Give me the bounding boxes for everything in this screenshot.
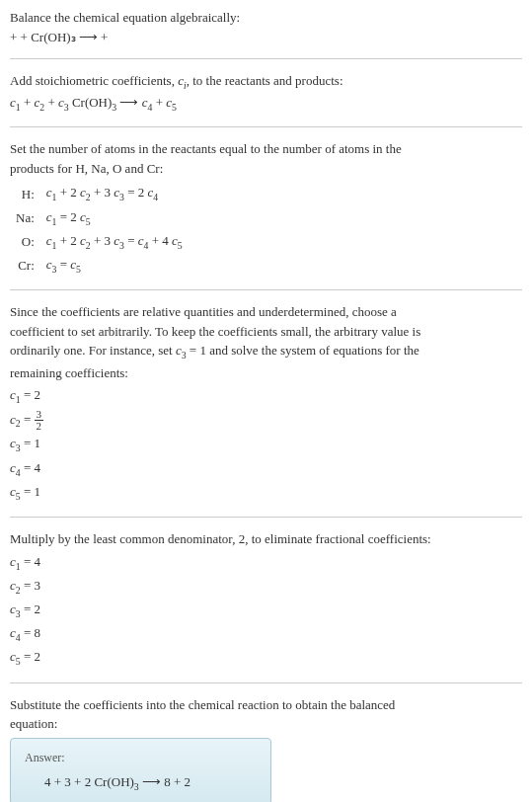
table-row: Na: c1 = 2 c5 [10,206,189,230]
intro-line1: Balance the chemical equation algebraica… [10,8,522,28]
table-row: O: c1 + 2 c2 + 3 c3 = c4 + 4 c5 [10,230,189,254]
coef-c5: c5 = 1 [10,481,522,505]
coef-c3: c3 = 2 [10,599,522,622]
divider [10,58,522,59]
multiply-intro: Multiply by the least common denominator… [10,529,522,549]
coef-c1: c1 = 4 [10,551,522,575]
element-label: Na: [10,206,40,230]
coef-c2: c2 = 3 [10,575,522,599]
stoich-section: Add stoichiometric coefficients, ci, to … [10,71,522,115]
multiply-section: Multiply by the least common denominator… [10,529,522,671]
coef-c5: c5 = 2 [10,646,522,670]
element-label: H: [10,182,40,205]
coef-c3: c3 = 1 [10,433,522,456]
solve-p2: coefficient to set arbitrarily. To keep … [10,322,522,342]
element-equation: c3 = c5 [40,254,189,278]
table-row: Cr: c3 = c5 [10,254,189,278]
final-p2: equation: [10,714,522,734]
answer-box: Answer: 4 + 3 + 2 Cr(OH)3 ⟶ 8 + 2 [10,738,271,802]
element-label: Cr: [10,254,40,278]
intro-section: Balance the chemical equation algebraica… [10,8,522,46]
atoms-intro2: products for H, Na, O and Cr: [10,159,522,179]
divider [10,682,522,683]
stoich-line2: c1 + c2 + c3 Cr(OH)3 ⟶ c4 + c5 [10,93,522,115]
element-label: O: [10,230,40,254]
final-p1: Substitute the coefficients into the che… [10,695,522,715]
element-equation: c1 + 2 c2 + 3 c3 = c4 + 4 c5 [40,230,189,254]
solve-p4: remaining coefficients: [10,363,522,383]
solve-p3: ordinarily one. For instance, set c3 = 1… [10,341,522,362]
atoms-section: Set the number of atoms in the reactants… [10,139,522,278]
atoms-intro1: Set the number of atoms in the reactants… [10,139,522,159]
coef-c2: c2 = 32 [10,408,522,433]
coef-c4: c4 = 8 [10,622,522,646]
answer-equation: 4 + 3 + 2 Cr(OH)3 ⟶ 8 + 2 [25,772,257,794]
element-equation: c1 + 2 c2 + 3 c3 = 2 c4 [40,182,189,205]
divider [10,517,522,518]
coef-c4: c4 = 4 [10,457,522,481]
element-equation: c1 = 2 c5 [40,206,189,230]
stoich-line1: Add stoichiometric coefficients, ci, to … [10,71,522,93]
divider [10,126,522,127]
divider [10,289,522,290]
final-section: Substitute the coefficients into the che… [10,695,522,734]
coef-c1: c1 = 2 [10,384,522,408]
multiply-coefs: c1 = 4 c2 = 3 c3 = 2 c4 = 8 c5 = 2 [10,551,522,671]
solve-coefs: c1 = 2 c2 = 32 c3 = 1 c4 = 4 c5 = 1 [10,384,522,505]
table-row: H: c1 + 2 c2 + 3 c3 = 2 c4 [10,182,189,205]
atoms-table: H: c1 + 2 c2 + 3 c3 = 2 c4 Na: c1 = 2 c5… [10,182,189,278]
intro-line2: + + Cr(OH)₃ ⟶ + [10,28,522,47]
solve-p1: Since the coefficients are relative quan… [10,302,522,322]
answer-label: Answer: [25,749,257,766]
solve-section: Since the coefficients are relative quan… [10,302,522,505]
